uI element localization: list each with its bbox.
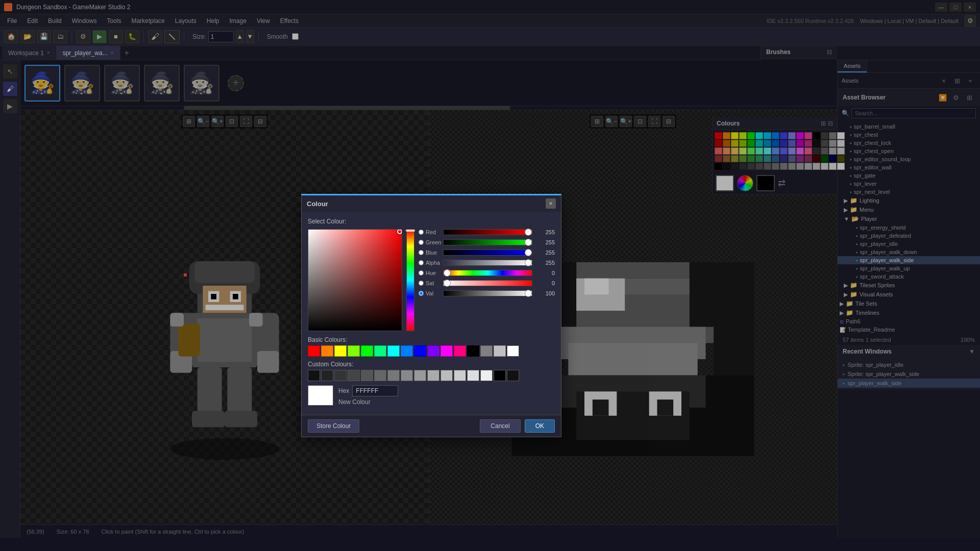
colour-dialog: Colour × Select Colour:	[301, 194, 561, 437]
colour-gradient[interactable]	[308, 229, 402, 331]
hue-slider-ctrl[interactable]	[443, 270, 532, 276]
green-slider[interactable]	[443, 239, 532, 245]
val-radio[interactable]	[419, 291, 424, 296]
colour-picker-area: Red 255 Green 255 Blue	[308, 229, 555, 331]
colour-dialog-header[interactable]: Colour ×	[302, 195, 561, 212]
gradient-container	[308, 229, 402, 331]
basic-colour-9[interactable]	[414, 345, 426, 357]
custom-colour-8[interactable]	[401, 370, 413, 381]
custom-colour-9[interactable]	[414, 370, 426, 381]
green-row: Green 255	[419, 239, 555, 245]
custom-colour-10[interactable]	[427, 370, 439, 381]
val-row: Val 100	[419, 290, 555, 296]
basic-colour-15[interactable]	[494, 345, 506, 357]
custom-colour-6[interactable]	[374, 370, 386, 381]
val-value: 100	[536, 290, 555, 296]
basic-colour-11[interactable]	[440, 345, 453, 357]
hex-row: Hex	[338, 385, 398, 396]
basic-colour-5[interactable]	[361, 345, 373, 357]
custom-colours-grid	[308, 370, 555, 381]
custom-colour-7[interactable]	[387, 370, 400, 381]
hex-container: Hex New Colour	[338, 385, 398, 406]
basic-colours-grid	[308, 345, 555, 357]
basic-colour-14[interactable]	[480, 345, 493, 357]
alpha-label: Alpha	[419, 260, 439, 266]
sat-value: 0	[536, 280, 555, 286]
colour-dialog-title: Colour	[307, 200, 328, 208]
custom-colour-3[interactable]	[334, 370, 347, 381]
custom-colour-4[interactable]	[348, 370, 360, 381]
alpha-slider[interactable]	[443, 260, 532, 266]
custom-colour-5[interactable]	[361, 370, 373, 381]
select-colour-label: Select Colour:	[308, 218, 555, 225]
basic-colour-8[interactable]	[401, 345, 413, 357]
hue-value: 0	[536, 270, 555, 276]
red-radio[interactable]	[419, 230, 424, 235]
custom-colour-11[interactable]	[440, 370, 453, 381]
colour-dialog-buttons: Store Colour Cancel OK	[302, 415, 561, 437]
new-colour-row: New Colour	[338, 398, 398, 406]
green-radio[interactable]	[419, 240, 424, 245]
basic-colour-4[interactable]	[348, 345, 360, 357]
colour-dialog-body: Select Colour: Red	[302, 212, 561, 415]
custom-colour-12[interactable]	[454, 370, 466, 381]
basic-colour-16[interactable]	[507, 345, 519, 357]
val-label: Val	[419, 290, 439, 296]
blue-value: 255	[536, 249, 555, 256]
basic-colour-2[interactable]	[321, 345, 333, 357]
custom-colour-2[interactable]	[321, 370, 333, 381]
ok-button[interactable]: OK	[525, 419, 555, 433]
hue-radio[interactable]	[419, 270, 424, 276]
blue-slider[interactable]	[443, 249, 532, 256]
val-slider[interactable]	[443, 290, 532, 296]
hex-input[interactable]	[352, 385, 398, 396]
hue-bar[interactable]	[406, 229, 414, 331]
custom-colour-13[interactable]	[467, 370, 479, 381]
basic-colour-7[interactable]	[387, 345, 400, 357]
custom-colour-14[interactable]	[480, 370, 493, 381]
hue-label: Hue	[419, 270, 439, 276]
basic-colour-6[interactable]	[374, 345, 386, 357]
cancel-button[interactable]: Cancel	[480, 419, 520, 433]
new-colour-swatch[interactable]	[308, 385, 333, 406]
alpha-value: 255	[536, 260, 555, 266]
hue-row: Hue 0	[419, 270, 555, 276]
alpha-radio[interactable]	[419, 260, 424, 265]
hex-new-colour-row: Hex New Colour	[308, 385, 555, 406]
red-slider[interactable]	[443, 229, 532, 235]
sat-slider[interactable]	[443, 280, 532, 286]
basic-colours-label: Basic Colours:	[308, 336, 555, 343]
hex-label: Hex	[338, 387, 349, 394]
blue-label: Blue	[419, 249, 439, 256]
green-label: Green	[419, 239, 439, 245]
custom-colours-label: Custom Colours:	[308, 361, 555, 368]
custom-colour-16[interactable]	[507, 370, 519, 381]
basic-colour-1[interactable]	[308, 345, 320, 357]
hue-cursor	[406, 230, 415, 232]
sat-radio[interactable]	[419, 281, 424, 286]
basic-colour-12[interactable]	[454, 345, 466, 357]
blue-radio[interactable]	[419, 250, 424, 255]
blue-row: Blue 255	[419, 249, 555, 256]
red-row: Red 255	[419, 229, 555, 235]
store-colour-button[interactable]: Store Colour	[308, 419, 359, 433]
new-colour-label: New Colour	[338, 398, 371, 406]
alpha-row: Alpha 255	[419, 260, 555, 266]
custom-colour-15[interactable]	[494, 370, 506, 381]
sat-row: Sat 0	[419, 280, 555, 286]
basic-colour-10[interactable]	[427, 345, 439, 357]
basic-colour-3[interactable]	[334, 345, 347, 357]
colour-dialog-close-button[interactable]: ×	[546, 198, 556, 209]
red-value: 255	[536, 229, 555, 235]
basic-colour-13[interactable]	[467, 345, 479, 357]
green-value: 255	[536, 239, 555, 245]
red-label: Red	[419, 229, 439, 235]
custom-colour-1[interactable]	[308, 370, 320, 381]
sat-label: Sat	[419, 280, 439, 286]
rgb-sliders: Red 255 Green 255 Blue	[419, 229, 555, 331]
